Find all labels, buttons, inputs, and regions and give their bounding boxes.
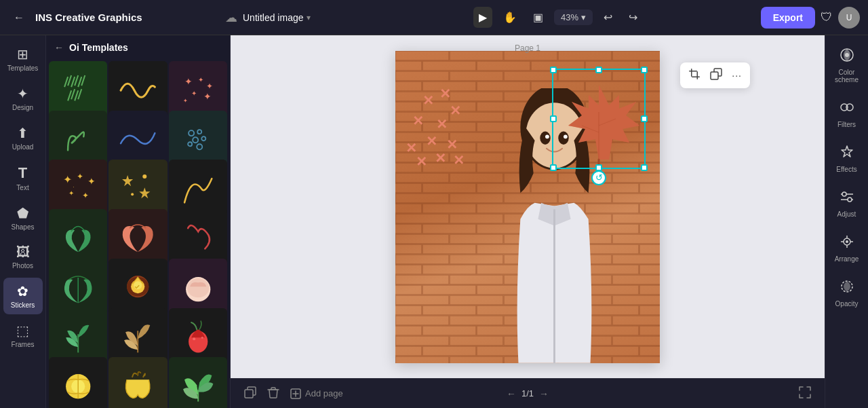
sidebar-item-stickers[interactable]: ✿ Stickers <box>3 278 43 314</box>
right-item-color-scheme[interactable]: Color scheme <box>827 41 867 90</box>
topbar-center: ☁ Untitled image ▾ ▶ ✋ ▣ 43% ▾ ↩ ↪ <box>225 7 643 28</box>
delete-page-button[interactable] <box>264 384 282 404</box>
panel-header: ← Oi Templates <box>46 35 230 58</box>
add-page-button[interactable]: Add page <box>288 386 346 402</box>
page-label: Page 1 <box>515 43 540 53</box>
upload-icon: ⬆ <box>17 125 28 141</box>
sidebar-item-templates[interactable]: ⊞ Templates <box>3 41 43 77</box>
canvas-document[interactable]: ✕ ✕ ✕ ✕ ✕ ✕ ✕ ✕ ✕ ✕ ✕ <box>395 51 660 363</box>
svg-text:✦: ✦ <box>203 91 212 102</box>
opacity-icon <box>840 279 854 297</box>
sidebar-item-frames[interactable]: ⬚ Frames <box>3 317 43 354</box>
sidebar-item-shapes[interactable]: ⬟ Shapes <box>3 200 43 236</box>
right-item-arrange[interactable]: Arrange <box>827 227 867 270</box>
redo-button[interactable]: ↪ <box>623 7 643 28</box>
svg-rect-48 <box>692 77 700 78</box>
design-label: Design <box>12 104 33 111</box>
opacity-label: Opacity <box>835 300 859 308</box>
sticker-item-20[interactable] <box>108 357 167 408</box>
shield-icon: 🛡 <box>821 10 833 24</box>
add-page-label: Add page <box>305 388 343 398</box>
svg-line-9 <box>78 89 81 99</box>
svg-text:✦: ✦ <box>191 90 197 97</box>
svg-point-18 <box>193 137 198 143</box>
undo-button[interactable]: ↩ <box>598 7 618 28</box>
next-page-button[interactable]: → <box>539 388 549 399</box>
svg-text:✕: ✕ <box>422 93 434 108</box>
svg-text:✕: ✕ <box>436 117 448 132</box>
title-caret-icon: ▾ <box>307 13 311 22</box>
sidebar-item-upload[interactable]: ⬆ Upload <box>3 119 43 156</box>
float-toolbar: ··· <box>680 62 750 88</box>
scatter-crosses: ✕ ✕ ✕ ✕ ✕ ✕ ✕ ✕ ✕ ✕ ✕ <box>402 85 484 183</box>
sticker-item-19[interactable] <box>49 357 107 408</box>
duplicate-page-button[interactable] <box>241 384 259 404</box>
adjust-icon <box>840 189 854 208</box>
brand-name: INS Creative Graphics <box>35 12 142 23</box>
avatar[interactable]: U <box>838 7 860 29</box>
svg-text:✕: ✕ <box>446 137 458 152</box>
copy-element-button[interactable] <box>706 65 726 86</box>
main-layout: ⊞ Templates ✦ Design ⬆ Upload T Text ⬟ S… <box>0 35 868 408</box>
svg-text:✦: ✦ <box>77 172 83 181</box>
svg-point-58 <box>540 131 550 144</box>
svg-text:✦: ✦ <box>184 76 193 87</box>
color-scheme-icon <box>840 48 854 66</box>
svg-rect-78 <box>245 390 253 398</box>
arrange-label: Arrange <box>835 255 859 263</box>
right-item-opacity[interactable]: Opacity <box>827 272 867 314</box>
hand-tool-button[interactable]: ✋ <box>498 7 522 28</box>
sticker-panel: ← Oi Templates <box>46 35 231 408</box>
frames-label: Frames <box>12 341 35 348</box>
selected-leaf-sticker[interactable]: ↺ <box>555 71 643 166</box>
export-button[interactable]: Export <box>761 7 815 29</box>
svg-text:✦: ✦ <box>206 81 213 91</box>
sidebar-item-photos[interactable]: 🖼 Photos <box>3 239 43 275</box>
sidebar-item-design[interactable]: ✦ Design <box>3 80 43 117</box>
stickers-label: Stickers <box>11 301 35 309</box>
text-icon: T <box>18 164 27 182</box>
right-item-filters[interactable]: Filters <box>827 93 867 135</box>
svg-text:✦: ✦ <box>87 177 96 187</box>
panel-back-button[interactable]: ← <box>54 42 64 53</box>
svg-point-84 <box>845 53 849 57</box>
page-indicator: 1/1 <box>521 388 534 398</box>
svg-point-31 <box>131 193 134 196</box>
bottom-left-actions: Add page <box>241 384 380 404</box>
svg-text:✦: ✦ <box>63 174 72 186</box>
svg-point-21 <box>197 144 202 149</box>
bottom-center-nav: ← 1/1 → <box>389 388 667 399</box>
zoom-button[interactable]: 43% ▾ <box>554 10 593 25</box>
prev-page-button[interactable]: ← <box>507 388 516 399</box>
pointer-tool-button[interactable]: ▶ <box>473 7 492 28</box>
svg-marker-87 <box>842 146 852 157</box>
svg-text:✦: ✦ <box>183 98 188 104</box>
svg-point-60 <box>545 134 549 138</box>
device-frame-button[interactable]: ▣ <box>528 7 549 28</box>
templates-icon: ⊞ <box>17 46 28 62</box>
right-panel: Color scheme Filters Effects <box>825 35 868 408</box>
svg-text:✕: ✕ <box>450 103 461 118</box>
svg-text:✦: ✦ <box>82 191 89 201</box>
right-item-adjust[interactable]: Adjust <box>827 183 867 225</box>
sticker-item-21[interactable] <box>169 357 227 408</box>
svg-text:✕: ✕ <box>435 151 446 166</box>
svg-text:✕: ✕ <box>416 154 427 169</box>
sidebar-item-text[interactable]: T Text <box>3 159 43 197</box>
stickers-icon: ✿ <box>17 283 28 299</box>
right-item-effects[interactable]: Effects <box>827 138 867 180</box>
design-icon: ✦ <box>17 86 28 102</box>
frames-icon: ⬚ <box>16 322 29 339</box>
shapes-icon: ⬟ <box>17 205 28 221</box>
bottom-bar: Add page ← 1/1 → <box>231 378 825 408</box>
crop-button[interactable] <box>684 65 705 86</box>
back-button[interactable]: ← <box>8 7 30 28</box>
svg-rect-45 <box>691 69 692 77</box>
document-title[interactable]: Untitled image ▾ <box>243 12 311 23</box>
upload-label: Upload <box>12 143 34 151</box>
more-options-button[interactable]: ··· <box>728 67 746 84</box>
svg-point-40 <box>193 337 195 340</box>
svg-text:✕: ✕ <box>439 86 451 101</box>
svg-text:✦: ✦ <box>68 190 74 198</box>
expand-button[interactable] <box>796 384 814 404</box>
